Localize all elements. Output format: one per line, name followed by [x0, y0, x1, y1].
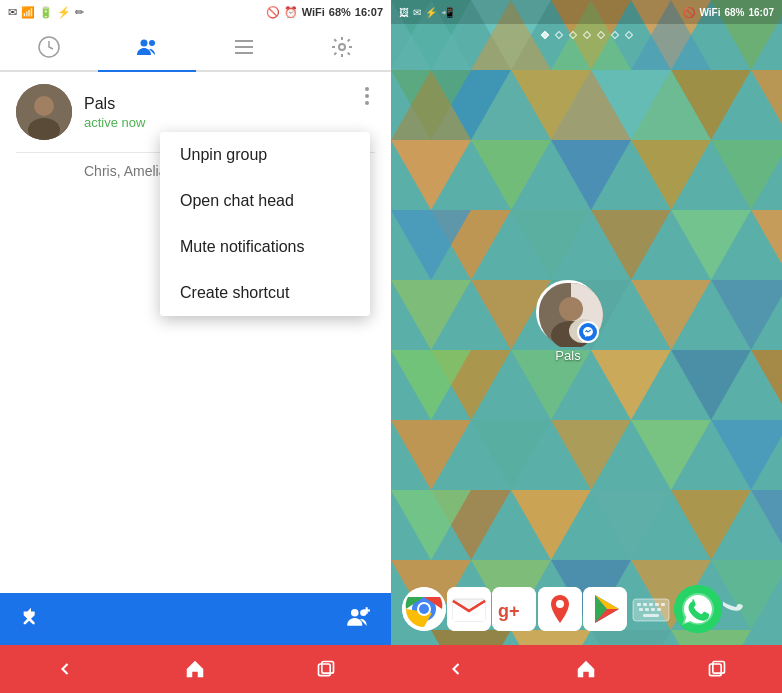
chat-head-avatar	[536, 280, 600, 344]
home-button[interactable]	[170, 645, 220, 693]
right-home-bar	[391, 645, 782, 693]
gmail-icon[interactable]	[447, 587, 491, 631]
r-time: 16:07	[748, 7, 774, 18]
right-status-bar: 🖼 ✉ ⚡ 📲 🚫 WiFi 68% 16:07	[391, 0, 782, 24]
tab-groups[interactable]	[98, 24, 196, 70]
chat-head-name: Pals	[555, 348, 580, 363]
r-home-button[interactable]	[561, 645, 611, 693]
svg-point-8	[34, 96, 54, 116]
svg-point-92	[556, 600, 564, 608]
r-msg-icon: ✉	[413, 7, 421, 18]
app-dock: g+	[391, 573, 782, 645]
chat-head[interactable]: Pals	[536, 280, 600, 363]
r-back-button[interactable]	[431, 645, 481, 693]
more-dot-2	[365, 94, 369, 98]
whatsapp-icon[interactable]	[674, 585, 722, 633]
bottom-bar	[0, 593, 391, 645]
wifi-icon: WiFi	[302, 6, 325, 18]
sim-icon: 📶	[21, 6, 35, 19]
svg-rect-104	[639, 608, 643, 611]
svg-rect-105	[645, 608, 649, 611]
page-dot-6	[624, 31, 632, 39]
menu-item-open-chat[interactable]: Open chat head	[160, 178, 370, 224]
page-dot-0	[540, 31, 548, 39]
tab-recent[interactable]	[0, 24, 98, 70]
left-panel: ✉ 📶 🔋 ⚡ ✏ 🚫 ⏰ WiFi 68% 16:07	[0, 0, 391, 693]
r-charge-icon: ⚡	[425, 7, 437, 18]
r-nosim: 🚫	[683, 7, 695, 18]
svg-rect-107	[657, 608, 661, 611]
context-menu: Unpin group Open chat head Mute notifica…	[160, 132, 370, 316]
svg-point-86	[419, 604, 429, 614]
svg-point-6	[339, 44, 345, 50]
left-home-bar	[0, 645, 391, 693]
time-left: 16:07	[355, 6, 383, 18]
svg-rect-106	[651, 608, 655, 611]
no-sim: 🚫	[266, 6, 280, 19]
menu-item-shortcut[interactable]: Create shortcut	[160, 270, 370, 316]
page-dot-4	[596, 31, 604, 39]
contact-info: Pals active now	[84, 95, 375, 130]
right-status-icons: 🖼 ✉ ⚡ 📲	[399, 7, 453, 18]
svg-point-1	[140, 40, 147, 47]
r-wifi: WiFi	[699, 7, 720, 18]
chrome-icon[interactable]	[402, 587, 446, 631]
right-panel: 🖼 ✉ ⚡ 📲 🚫 WiFi 68% 16:07	[391, 0, 782, 693]
page-dot-2	[568, 31, 576, 39]
r-usb-icon: 📲	[441, 7, 453, 18]
svg-point-10	[351, 608, 359, 616]
avatar-image	[16, 84, 72, 140]
messenger-badge	[577, 321, 599, 343]
battery-level: 68%	[329, 6, 351, 18]
back-button[interactable]	[40, 645, 90, 693]
page-dot-3	[582, 31, 590, 39]
svg-point-2	[149, 40, 155, 46]
keyboard-icon[interactable]	[629, 587, 673, 631]
battery-icon: 🔋	[39, 6, 53, 19]
svg-rect-108	[643, 614, 659, 617]
page-dot-5	[610, 31, 618, 39]
pin-button[interactable]	[20, 606, 42, 633]
page-dots	[391, 32, 782, 38]
svg-rect-99	[637, 603, 641, 606]
page-dot-1	[554, 31, 562, 39]
gplus-icon[interactable]: g+	[492, 587, 536, 631]
svg-rect-103	[661, 603, 665, 606]
more-button[interactable]	[355, 84, 379, 108]
play-icon[interactable]	[583, 587, 627, 631]
avatar	[16, 84, 72, 140]
svg-point-79	[559, 297, 583, 321]
right-status-right: 🚫 WiFi 68% 16:07	[683, 7, 774, 18]
message-icon: ✉	[8, 6, 17, 19]
svg-rect-102	[655, 603, 659, 606]
menu-item-mute[interactable]: Mute notifications	[160, 224, 370, 270]
tab-settings[interactable]	[293, 24, 391, 70]
nav-tabs	[0, 24, 391, 72]
contact-status: active now	[84, 115, 375, 130]
phone-icon[interactable]	[723, 585, 771, 633]
edit-icon: ✏	[75, 6, 84, 19]
add-group-button[interactable]	[345, 604, 371, 635]
more-dot-1	[365, 87, 369, 91]
r-photo-icon: 🖼	[399, 7, 409, 18]
status-icons: ✉ 📶 🔋 ⚡ ✏	[8, 6, 84, 19]
alarm-icon: ⏰	[284, 6, 298, 19]
svg-text:g+: g+	[498, 601, 520, 621]
svg-rect-100	[643, 603, 647, 606]
r-recents-button[interactable]	[692, 645, 742, 693]
status-right: 🚫 ⏰ WiFi 68% 16:07	[266, 6, 383, 19]
r-battery: 68%	[724, 7, 744, 18]
maps-icon[interactable]	[538, 587, 582, 631]
svg-rect-101	[649, 603, 653, 606]
tab-list[interactable]	[196, 24, 294, 70]
contact-name: Pals	[84, 95, 375, 113]
menu-item-unpin[interactable]: Unpin group	[160, 132, 370, 178]
content-area: Pals active now Chris, Amelia Unpin grou…	[0, 72, 391, 593]
recents-button[interactable]	[301, 645, 351, 693]
usb-icon: ⚡	[57, 6, 71, 19]
more-dot-3	[365, 101, 369, 105]
left-status-bar: ✉ 📶 🔋 ⚡ ✏ 🚫 ⏰ WiFi 68% 16:07	[0, 0, 391, 24]
